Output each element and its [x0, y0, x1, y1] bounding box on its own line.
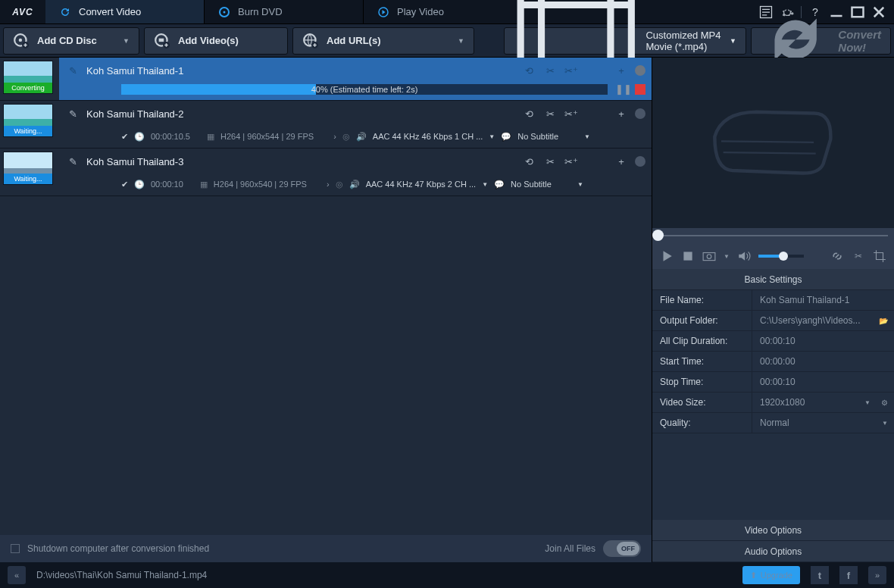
output-profile-dropdown[interactable]: Customized MP4 Movie (*.mp4) ▼: [504, 27, 746, 55]
cut-icon[interactable]: ✂: [542, 63, 558, 78]
cut-icon[interactable]: ✂: [542, 106, 558, 121]
pause-icon[interactable]: ❚❚: [615, 83, 627, 95]
maximize-icon[interactable]: [850, 5, 865, 20]
refresh-icon[interactable]: ⟲: [521, 154, 536, 169]
vsize-value[interactable]: 1920x1080▼⚙: [752, 393, 894, 412]
remove-icon[interactable]: [635, 65, 645, 76]
add-icon[interactable]: +: [614, 63, 629, 78]
volume-slider[interactable]: [758, 255, 804, 258]
tab-convert[interactable]: Convert Video: [45, 0, 205, 23]
snapshot-icon[interactable]: [702, 249, 716, 263]
title-bar: AVC Convert Video Burn DVD Play Video ?: [0, 0, 894, 24]
file-subtitle[interactable]: No Subtitle▼: [511, 180, 583, 189]
edit-icon[interactable]: ✎: [65, 154, 80, 169]
file-subtitle[interactable]: No Subtitle▼: [517, 132, 590, 141]
play-icon: [377, 6, 389, 18]
file-title: Koh Samui Thailand-1: [86, 65, 515, 77]
expand-icon[interactable]: ›: [327, 180, 330, 189]
file-audio-info[interactable]: AAC 44 KHz 46 Kbps 1 CH ...▼: [373, 132, 495, 141]
refresh-icon[interactable]: ⟲: [521, 63, 536, 78]
output-profile-label: Customized MP4 Movie (*.mp4): [645, 30, 722, 52]
collapse-icon[interactable]: «: [8, 566, 26, 584]
minimize-icon[interactable]: [829, 5, 844, 20]
expand-icon[interactable]: »: [868, 566, 886, 584]
quality-value[interactable]: Normal▼: [752, 413, 894, 433]
play-icon[interactable]: [660, 249, 674, 263]
upgrade-button[interactable]: ⬆ Upgrade: [742, 566, 800, 584]
file-row[interactable]: Converting ✎ Koh Samui Thailand-1 ⟲ ✂ ✂⁺…: [0, 58, 652, 101]
audio-options-header[interactable]: Audio Options: [652, 541, 894, 562]
convert-now-label: Convert Now!: [838, 28, 881, 54]
preview-area: [652, 58, 894, 228]
volume-icon[interactable]: [737, 249, 751, 263]
cut-icon[interactable]: ✂: [542, 154, 558, 169]
file-video-info: H264 | 960x544 | 29 FPS: [220, 132, 314, 141]
check-icon[interactable]: ✔: [121, 132, 128, 142]
cut-icon[interactable]: ✂: [852, 249, 865, 263]
status-path: D:\videos\Thai\Koh Samui Thailand-1.mp4: [36, 570, 207, 580]
clipdur-value: 00:00:10: [752, 331, 894, 351]
chevron-down-icon: ▼: [482, 181, 488, 188]
file-row[interactable]: Waiting... ✎ Koh Samui Thailand-2 ⟲ ✂ ✂⁺…: [0, 101, 652, 149]
chevron-down-icon[interactable]: ▼: [724, 253, 730, 260]
remove-icon[interactable]: [635, 108, 645, 119]
effects-icon[interactable]: ✂⁺: [564, 106, 579, 121]
add-icon[interactable]: +: [614, 154, 629, 169]
start-value[interactable]: 00:00:00: [752, 352, 894, 371]
link-icon[interactable]: [830, 249, 844, 263]
chevron-down-icon: ▼: [123, 37, 130, 45]
add-videos-label: Add Video(s): [178, 35, 239, 46]
twitter-icon[interactable]: t: [811, 566, 829, 584]
facebook-icon[interactable]: f: [839, 566, 858, 584]
tab-play[interactable]: Play Video: [364, 0, 523, 23]
expand-icon[interactable]: ›: [333, 132, 336, 141]
speaker-icon: 🔊: [349, 180, 360, 189]
status-badge: Converting: [4, 83, 52, 93]
film-plus-icon: [154, 33, 170, 49]
tab-burn[interactable]: Burn DVD: [205, 0, 364, 23]
effects-icon[interactable]: ✂⁺: [564, 63, 579, 78]
add-urls-label: Add URL(s): [327, 35, 381, 46]
add-cd-label: Add CD Disc: [37, 35, 97, 46]
add-cd-button[interactable]: Add CD Disc ▼: [3, 27, 139, 55]
add-urls-button[interactable]: Add URL(s) ▼: [292, 27, 474, 55]
convert-now-button[interactable]: Convert Now!: [751, 27, 891, 55]
clock-icon: 🕒: [134, 180, 145, 189]
filename-value[interactable]: Koh Samui Thailand-1: [752, 290, 894, 310]
remove-icon[interactable]: [635, 156, 645, 167]
stop-icon[interactable]: [635, 84, 645, 95]
svg-point-1: [224, 11, 226, 13]
preview-controls: ▼ ✂: [652, 243, 894, 269]
join-all-switch[interactable]: OFF: [603, 540, 641, 557]
speaker-icon: 🔊: [356, 132, 367, 142]
join-all-label: Join All Files: [545, 543, 595, 554]
outfolder-value[interactable]: C:\Users\yangh\Videos...📂: [752, 311, 894, 330]
main-tabs: Convert Video Burn DVD Play Video: [45, 0, 523, 23]
up-arrow-icon: ⬆: [750, 571, 757, 580]
stop-icon[interactable]: [681, 249, 695, 263]
check-icon[interactable]: ✔: [121, 180, 128, 189]
crop-icon[interactable]: [873, 249, 886, 263]
subtitle-icon: 💬: [501, 132, 511, 142]
video-options-header[interactable]: Video Options: [652, 520, 894, 541]
add-icon[interactable]: +: [614, 106, 629, 121]
folder-icon[interactable]: 📂: [879, 317, 888, 325]
edit-icon[interactable]: ✎: [65, 63, 80, 78]
file-audio-info[interactable]: AAC 44 KHz 47 Kbps 2 CH ...▼: [366, 180, 488, 189]
effects-icon[interactable]: ✂⁺: [564, 154, 579, 169]
file-row[interactable]: Waiting... ✎ Koh Samui Thailand-3 ⟲ ✂ ✂⁺…: [0, 149, 652, 196]
refresh-icon[interactable]: ⟲: [521, 106, 536, 121]
close-icon[interactable]: [871, 5, 886, 20]
file-list-pane: Converting ✎ Koh Samui Thailand-1 ⟲ ✂ ✂⁺…: [0, 58, 652, 562]
seek-bar[interactable]: [652, 228, 894, 243]
edit-icon[interactable]: ✎: [65, 106, 80, 121]
stop-label: Stop Time:: [652, 372, 752, 392]
stop-value[interactable]: 00:00:10: [752, 372, 894, 392]
gear-icon[interactable]: ⚙: [881, 399, 888, 407]
add-videos-button[interactable]: Add Video(s): [144, 27, 288, 55]
shutdown-checkbox[interactable]: [11, 544, 20, 553]
basic-settings-header[interactable]: Basic Settings: [652, 269, 894, 290]
shutdown-label: Shutdown computer after conversion finis…: [27, 543, 209, 554]
filename-label: File Name:: [652, 290, 752, 310]
svg-rect-14: [683, 252, 692, 260]
